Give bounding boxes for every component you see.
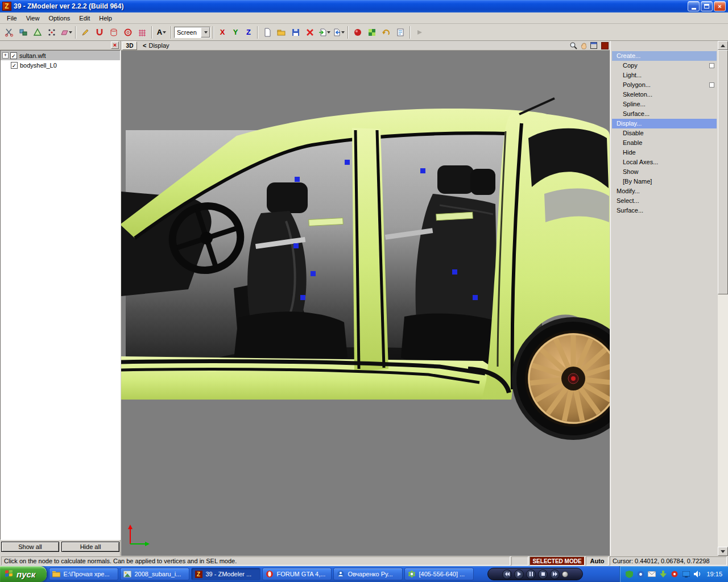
view-mode-label[interactable]: Display	[148, 42, 169, 49]
cut-tool-button[interactable]	[2, 26, 16, 39]
command-local-axes[interactable]: Local Axes...	[612, 157, 717, 167]
command-create[interactable]: Create...	[612, 51, 717, 61]
pan-button[interactable]	[579, 41, 588, 50]
tree-item-sultan[interactable]: + ✓ sultan.wft	[1, 51, 120, 60]
menu-help[interactable]: Help	[94, 14, 117, 23]
coordinate-space-select[interactable]: Screen	[174, 27, 210, 38]
hide-all-button[interactable]: Hide all	[61, 542, 119, 552]
command-disable[interactable]: Disable	[612, 128, 717, 138]
export-button[interactable]	[332, 26, 345, 39]
menu-options[interactable]: Options	[44, 14, 75, 23]
taskbar-item-chat[interactable]: [405-556-640] ...	[404, 568, 474, 580]
tray-mail-icon[interactable]	[647, 569, 656, 579]
command-enable[interactable]: Enable	[612, 138, 717, 148]
commands-panel: Create... Copy Light... Polygon... Skele…	[610, 41, 718, 556]
tree-item-bodyshell[interactable]: ✓ bodyshell_L0	[1, 60, 120, 70]
menu-view[interactable]: View	[22, 14, 44, 23]
start-button[interactable]: пуск	[0, 566, 47, 582]
material-editor-button[interactable]	[365, 26, 379, 39]
command-surface-2[interactable]: Surface...	[612, 206, 717, 215]
scene-canvas[interactable]	[121, 51, 610, 556]
player-pause-button[interactable]	[526, 569, 536, 579]
show-all-button[interactable]: Show all	[1, 542, 59, 552]
zoom-button[interactable]	[569, 41, 577, 50]
axis-x-toggle[interactable]: X	[216, 26, 229, 39]
panel-scrollbar[interactable]	[718, 41, 728, 556]
command-modify[interactable]: Modify...	[612, 186, 717, 196]
command-skeleton[interactable]: Skeleton...	[612, 90, 717, 99]
taskbar-item-image[interactable]: 2008_subaru_i...	[120, 568, 189, 580]
close-button[interactable]: ×	[714, 1, 726, 11]
select-objects-button[interactable]	[16, 26, 30, 39]
player-stop-button[interactable]	[538, 569, 548, 579]
script-editor-button[interactable]	[394, 26, 407, 39]
command-select[interactable]: Select...	[612, 196, 717, 206]
save-file-button[interactable]	[289, 26, 303, 39]
text-tool-icon: A	[157, 28, 162, 36]
tray-volume-icon[interactable]	[693, 569, 702, 579]
delete-button[interactable]	[303, 26, 317, 39]
command-spline[interactable]: Spline...	[612, 99, 717, 109]
magnet-tool-button[interactable]	[93, 26, 106, 39]
render-sphere-icon	[353, 28, 362, 37]
minimize-button[interactable]	[688, 1, 700, 11]
axis-z-toggle[interactable]: Z	[242, 26, 255, 39]
taskbar-item-messenger[interactable]: Овчаренко Ру...	[333, 568, 403, 580]
import-button[interactable]	[317, 26, 331, 39]
select-polygons-button[interactable]	[31, 26, 44, 39]
command-hide[interactable]: Hide	[612, 148, 717, 157]
tree-expander-icon[interactable]: +	[2, 52, 9, 59]
eraser-tool-button[interactable]	[59, 26, 73, 39]
command-surface[interactable]: Surface...	[612, 109, 717, 119]
scroll-up-button[interactable]	[718, 41, 728, 50]
tree-checkbox-checked[interactable]: ✓	[10, 52, 17, 59]
player-next-button[interactable]	[550, 569, 560, 579]
auto-indicator[interactable]: Auto	[586, 556, 609, 566]
menu-edit[interactable]: Edit	[75, 14, 94, 23]
maximize-button[interactable]	[701, 1, 713, 11]
car-interior[interactable]	[121, 130, 542, 377]
player-prev-button[interactable]	[502, 569, 512, 579]
render-button[interactable]	[351, 26, 365, 39]
command-option-box[interactable]	[709, 63, 714, 68]
create-cylinder-button[interactable]	[107, 26, 121, 39]
tree-panel-header: ×	[0, 41, 120, 50]
tree-checkbox-checked[interactable]: ✓	[11, 62, 18, 69]
command-display[interactable]: Display...	[612, 119, 717, 128]
taskbar-item-zmodeler[interactable]: Z 39 - ZModeler ...	[191, 568, 260, 580]
create-torus-button[interactable]	[121, 26, 135, 39]
command-option-box[interactable]	[709, 82, 714, 88]
axis-y-toggle[interactable]: Y	[229, 26, 242, 39]
scroll-down-button[interactable]	[718, 547, 728, 556]
scrollbar-thumb[interactable]	[718, 50, 728, 294]
menu-file[interactable]: File	[2, 14, 22, 23]
workspace: × + ✓ sultan.wft ✓ bodyshell_L0 Show all…	[0, 41, 728, 556]
command-by-name[interactable]: [By Name]	[612, 177, 717, 186]
command-copy[interactable]: Copy	[612, 61, 717, 70]
tray-shield-icon[interactable]	[624, 569, 634, 579]
combo-arrow-button[interactable]	[201, 27, 210, 38]
undo-button[interactable]	[379, 26, 393, 39]
select-vertices-button[interactable]	[45, 26, 59, 39]
taskbar-item-explorer[interactable]: Е:\Прочая хре...	[49, 568, 118, 580]
tray-download-icon[interactable]	[659, 569, 668, 579]
text-tool-button[interactable]: A	[155, 26, 168, 39]
tray-messenger-icon[interactable]	[636, 569, 645, 579]
command-light[interactable]: Light...	[612, 70, 717, 80]
pencil-tool-button[interactable]	[78, 26, 92, 39]
tree-close-button[interactable]: ×	[111, 41, 119, 49]
tray-display-icon[interactable]	[681, 569, 690, 579]
maximize-view-button[interactable]	[589, 41, 598, 50]
command-polygon[interactable]: Polygon...	[612, 80, 717, 90]
view-3d-tab[interactable]: 3D	[122, 41, 137, 50]
player-play-button[interactable]	[514, 569, 524, 579]
create-surface-button[interactable]	[135, 26, 149, 39]
tray-alert-icon[interactable]	[670, 569, 679, 579]
taskbar-item-browser[interactable]: FORUM GTA 4,...	[262, 568, 332, 580]
forward-button-disabled	[413, 26, 427, 39]
player-volume-knob[interactable]	[562, 571, 568, 577]
new-file-button[interactable]	[260, 26, 274, 39]
command-show[interactable]: Show	[612, 167, 717, 177]
open-file-button[interactable]	[275, 26, 288, 39]
view-back-arrow[interactable]: <	[143, 42, 146, 49]
